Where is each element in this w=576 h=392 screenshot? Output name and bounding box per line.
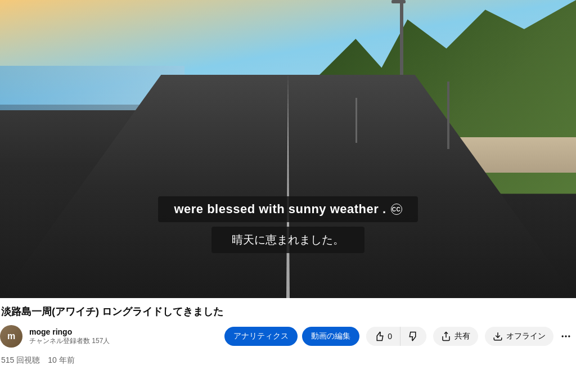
utility-pole-1 [447,82,449,149]
share-label: 共有 [454,331,470,341]
channel-name[interactable]: moge ringo [29,327,215,336]
svg-point-4 [568,335,570,337]
share-icon [441,331,451,341]
subtitle-japanese-text: 晴天に恵まれました。 [232,233,344,246]
cc-icon: CC [391,204,402,215]
like-count: 0 [388,332,392,341]
dislike-button[interactable] [400,327,426,346]
avatar-letter: m [7,331,15,341]
video-title: 淡路島一周(アワイチ) ロングライドしてきました [0,305,576,318]
more-button[interactable] [556,326,576,346]
video-stats: 515 回視聴 10 年前 [0,353,576,368]
like-button[interactable]: 0 [366,327,400,346]
edit-button[interactable]: 動画の編集 [302,327,359,346]
road-center-line [286,73,290,298]
offline-label: オフライン [506,331,546,341]
channel-info: moge ringo チャンネル登録者数 157人 [29,327,215,346]
subtitle-english: were blessed with sunny weather . CC [158,196,417,222]
analytics-button[interactable]: アナリティクス [224,327,298,346]
video-info: 淡路島一周(アワイチ) ロングライドしてきました m moge ringo チャ… [0,298,576,368]
dislike-icon [408,331,418,341]
channel-subscribers: チャンネル登録者数 157人 [29,336,215,346]
channel-row: m moge ringo チャンネル登録者数 157人 アナリティクス 動画の編… [0,325,576,348]
subtitle-japanese: 晴天に恵まれました。 [212,227,364,253]
download-icon [493,331,503,341]
utility-pole-2 [356,98,357,143]
svg-point-2 [562,335,564,337]
video-player[interactable]: were blessed with sunny weather . CC 晴天に… [0,0,576,298]
video-scene: were blessed with sunny weather . CC 晴天に… [0,0,576,298]
more-icon [560,331,572,342]
offline-button[interactable]: オフライン [485,327,554,346]
action-buttons: 0 共有 [366,326,576,346]
subtitle-overlay: were blessed with sunny weather . CC 晴天に… [153,196,423,253]
share-button[interactable]: 共有 [433,327,478,346]
like-dislike-group: 0 [366,327,426,346]
subtitle-english-text: were blessed with sunny weather . [174,202,386,217]
creator-buttons: アナリティクス 動画の編集 [224,327,359,346]
svg-point-3 [565,335,566,337]
like-icon [374,331,384,341]
avatar[interactable]: m [0,325,22,348]
